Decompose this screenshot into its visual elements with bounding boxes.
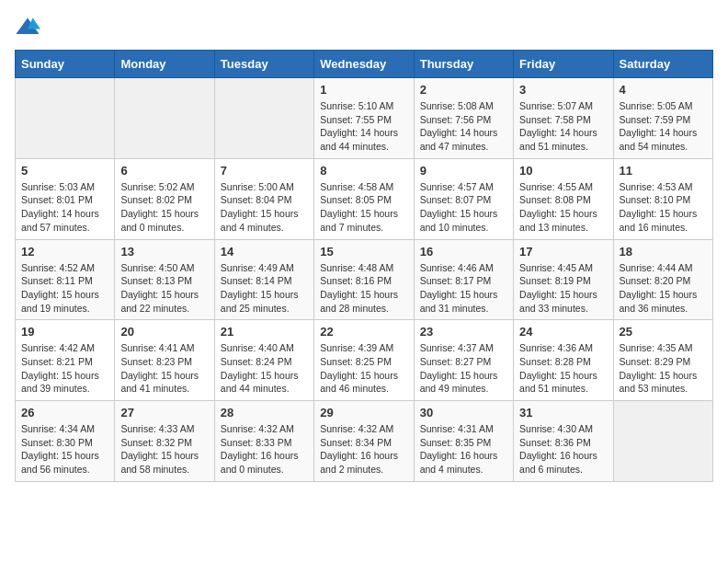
- calendar-cell: 4Sunrise: 5:05 AMSunset: 7:59 PMDaylight…: [613, 78, 712, 159]
- calendar-cell: 29Sunrise: 4:32 AMSunset: 8:34 PMDayligh…: [314, 401, 414, 482]
- day-number: 16: [420, 245, 507, 259]
- day-info-line: Sunset: 7:58 PM: [519, 113, 607, 127]
- day-info-line: and 4 minutes.: [420, 463, 507, 477]
- day-info-line: Daylight: 15 hours: [620, 288, 707, 302]
- day-info-line: and 51 minutes.: [519, 382, 607, 396]
- calendar-cell: 18Sunrise: 4:44 AMSunset: 8:20 PMDayligh…: [613, 239, 712, 320]
- day-info-line: Daylight: 14 hours: [519, 126, 607, 140]
- day-info-line: Daylight: 15 hours: [221, 288, 308, 302]
- day-number: 21: [221, 325, 308, 339]
- day-info-line: Sunrise: 4:31 AM: [420, 422, 507, 436]
- day-number: 19: [21, 325, 108, 339]
- day-number: 31: [519, 406, 607, 419]
- calendar-cell: 7Sunrise: 5:00 AMSunset: 8:04 PMDaylight…: [214, 158, 313, 239]
- day-info-line: Sunset: 8:28 PM: [519, 355, 607, 369]
- day-info-line: Daylight: 15 hours: [120, 288, 208, 302]
- day-info-line: Sunset: 8:34 PM: [320, 436, 407, 450]
- day-info-line: Daylight: 15 hours: [221, 207, 308, 221]
- day-info-line: Sunset: 8:11 PM: [21, 274, 108, 288]
- calendar-cell: [613, 401, 712, 482]
- day-number: 25: [620, 325, 707, 339]
- day-info-line: Sunrise: 4:32 AM: [320, 422, 407, 436]
- day-number: 15: [320, 245, 407, 259]
- day-info-line: Daylight: 15 hours: [120, 207, 208, 221]
- day-number: 30: [420, 406, 507, 419]
- day-number: 4: [620, 83, 707, 97]
- day-info-line: Daylight: 15 hours: [519, 207, 607, 221]
- day-number: 11: [620, 164, 707, 178]
- day-info-line: and 25 minutes.: [221, 302, 308, 316]
- day-info-line: Daylight: 15 hours: [21, 288, 108, 302]
- calendar-cell: 2Sunrise: 5:08 AMSunset: 7:56 PMDaylight…: [414, 78, 513, 159]
- day-number: 10: [519, 164, 607, 178]
- day-info-line: Sunrise: 5:07 AM: [519, 99, 607, 113]
- day-number: 20: [120, 325, 208, 339]
- day-info-line: and 36 minutes.: [620, 302, 707, 316]
- calendar-cell: 11Sunrise: 4:53 AMSunset: 8:10 PMDayligh…: [613, 158, 712, 239]
- day-info-line: Daylight: 15 hours: [320, 207, 407, 221]
- day-info-line: Sunset: 8:36 PM: [519, 436, 607, 450]
- day-info-line: and 44 minutes.: [320, 140, 407, 154]
- calendar-cell: 19Sunrise: 4:42 AMSunset: 8:21 PMDayligh…: [16, 320, 115, 401]
- day-info-line: Daylight: 16 hours: [221, 449, 308, 463]
- day-info-line: and 6 minutes.: [519, 463, 607, 477]
- day-info-line: Daylight: 14 hours: [21, 207, 108, 221]
- day-info-line: Daylight: 14 hours: [620, 126, 707, 140]
- day-info-line: Sunrise: 4:34 AM: [21, 422, 108, 436]
- calendar-cell: 5Sunrise: 5:03 AMSunset: 8:01 PMDaylight…: [16, 158, 115, 239]
- day-info-line: Sunrise: 4:42 AM: [21, 341, 108, 355]
- calendar-table: SundayMondayTuesdayWednesdayThursdayFrid…: [15, 50, 713, 482]
- day-info-line: Sunset: 8:21 PM: [21, 355, 108, 369]
- day-info-line: Sunrise: 5:08 AM: [420, 99, 507, 113]
- day-info-line: Sunset: 8:13 PM: [120, 274, 208, 288]
- day-info-line: Sunrise: 4:39 AM: [320, 341, 407, 355]
- calendar-week-1: 1Sunrise: 5:10 AMSunset: 7:55 PMDaylight…: [16, 78, 713, 159]
- day-info-line: Sunset: 8:32 PM: [120, 436, 208, 450]
- day-number: 24: [519, 325, 607, 339]
- calendar-week-4: 19Sunrise: 4:42 AMSunset: 8:21 PMDayligh…: [16, 320, 713, 401]
- day-info-line: Sunset: 8:05 PM: [320, 193, 407, 207]
- day-info-line: and 53 minutes.: [620, 382, 707, 396]
- day-info-line: and 41 minutes.: [120, 382, 208, 396]
- day-info-line: Sunrise: 4:33 AM: [120, 422, 208, 436]
- day-info-line: Daylight: 16 hours: [320, 449, 407, 463]
- day-info-line: Sunset: 8:16 PM: [320, 274, 407, 288]
- calendar-cell: 16Sunrise: 4:46 AMSunset: 8:17 PMDayligh…: [414, 239, 513, 320]
- day-number: 2: [420, 83, 507, 97]
- calendar-cell: 22Sunrise: 4:39 AMSunset: 8:25 PMDayligh…: [314, 320, 414, 401]
- day-info-line: Sunrise: 4:55 AM: [519, 180, 607, 194]
- day-info-line: and 16 minutes.: [620, 221, 707, 235]
- day-info-line: Daylight: 15 hours: [120, 449, 208, 463]
- day-number: 5: [21, 164, 108, 178]
- calendar-cell: 8Sunrise: 4:58 AMSunset: 8:05 PMDaylight…: [314, 158, 414, 239]
- calendar-header-friday: Friday: [514, 51, 613, 78]
- day-number: 17: [519, 245, 607, 259]
- day-info-line: and 47 minutes.: [420, 140, 507, 154]
- day-info-line: Daylight: 15 hours: [420, 207, 507, 221]
- day-info-line: Daylight: 15 hours: [21, 369, 108, 383]
- day-info-line: Sunset: 8:14 PM: [221, 274, 308, 288]
- day-info-line: and 49 minutes.: [420, 382, 507, 396]
- calendar-cell: 24Sunrise: 4:36 AMSunset: 8:28 PMDayligh…: [514, 320, 613, 401]
- day-number: 22: [320, 325, 407, 339]
- calendar-cell: 14Sunrise: 4:49 AMSunset: 8:14 PMDayligh…: [214, 239, 313, 320]
- calendar-cell: 12Sunrise: 4:52 AMSunset: 8:11 PMDayligh…: [16, 239, 115, 320]
- day-number: 6: [120, 164, 208, 178]
- day-info-line: and 54 minutes.: [620, 140, 707, 154]
- day-number: 27: [120, 406, 208, 419]
- day-number: 9: [420, 164, 507, 178]
- day-info-line: Daylight: 15 hours: [320, 288, 407, 302]
- day-number: 8: [320, 164, 407, 178]
- day-info-line: and 0 minutes.: [221, 463, 308, 477]
- calendar-cell: 30Sunrise: 4:31 AMSunset: 8:35 PMDayligh…: [414, 401, 513, 482]
- day-info-line: Sunset: 7:55 PM: [320, 113, 407, 127]
- day-info-line: Daylight: 15 hours: [420, 288, 507, 302]
- day-info-line: Sunrise: 4:57 AM: [420, 180, 507, 194]
- day-info-line: Sunrise: 4:58 AM: [320, 180, 407, 194]
- day-info-line: Daylight: 15 hours: [420, 369, 507, 383]
- day-info-line: and 22 minutes.: [120, 302, 208, 316]
- day-info-line: Sunset: 8:30 PM: [21, 436, 108, 450]
- day-info-line: Sunrise: 5:10 AM: [320, 99, 407, 113]
- day-info-line: Sunset: 8:27 PM: [420, 355, 507, 369]
- day-info-line: Sunset: 8:08 PM: [519, 193, 607, 207]
